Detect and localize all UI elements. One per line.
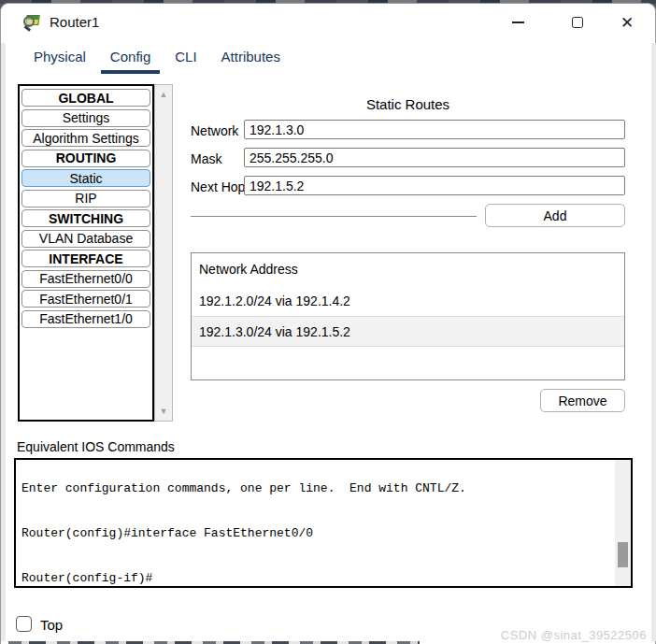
minimize-icon bbox=[512, 21, 524, 23]
console-line: Enter configuration commands, one per li… bbox=[21, 481, 612, 496]
sidebar-item-settings[interactable]: Settings bbox=[21, 109, 150, 127]
minimize-button[interactable] bbox=[498, 9, 537, 36]
window-title: Router1 bbox=[50, 14, 99, 30]
sidebar-item-rip[interactable]: RIP bbox=[21, 190, 150, 208]
ios-console[interactable]: Enter configuration commands, one per li… bbox=[14, 458, 633, 588]
scroll-up-icon[interactable]: ▲ bbox=[155, 90, 172, 99]
mask-input[interactable] bbox=[244, 148, 625, 167]
sidebar-item-fastethernet0-0[interactable]: FastEthernet0/0 bbox=[21, 270, 150, 288]
separator-line bbox=[191, 216, 477, 217]
sidebar-item-vlan-database[interactable]: VLAN Database bbox=[21, 230, 150, 248]
close-icon: ✕ bbox=[620, 15, 634, 31]
remove-button[interactable]: Remove bbox=[540, 389, 625, 412]
console-scrollbar-thumb[interactable] bbox=[618, 542, 628, 567]
tab-physical[interactable]: Physical bbox=[24, 47, 95, 70]
route-row-1[interactable]: 192.1.2.0/24 via 192.1.4.2 bbox=[192, 285, 624, 316]
ios-commands-label: Equivalent IOS Commands bbox=[17, 439, 175, 454]
static-routes-title: Static Routes bbox=[191, 96, 625, 112]
network-label: Network bbox=[191, 123, 238, 138]
console-line: Router(config)#interface FastEthernet0/0 bbox=[21, 526, 612, 541]
console-line: Router(config-if)# bbox=[21, 571, 612, 586]
sidebar-item-global[interactable]: GLOBAL bbox=[21, 89, 150, 107]
sidebar-item-switching[interactable]: SWITCHING bbox=[21, 209, 150, 227]
next-hop-label: Next Hop bbox=[191, 179, 245, 194]
tab-attributes[interactable]: Attributes bbox=[212, 47, 290, 70]
console-scrollbar[interactable] bbox=[615, 460, 631, 586]
console-text: Enter configuration commands, one per li… bbox=[21, 458, 612, 588]
sidebar-item-static[interactable]: Static bbox=[21, 169, 150, 187]
sidebar-scrollbar[interactable]: ▲ ▼ bbox=[154, 84, 173, 422]
sidebar-item-interface[interactable]: INTERFACE bbox=[21, 250, 150, 267]
sidebar-item-fastethernet0-1[interactable]: FastEthernet0/1 bbox=[21, 290, 150, 308]
window-frame-left bbox=[1, 43, 6, 641]
watermark-text: CSDN @sinat_39522506 bbox=[501, 628, 647, 642]
top-checkbox[interactable] bbox=[16, 616, 32, 632]
config-sidebar: GLOBAL Settings Algorithm Settings ROUTI… bbox=[18, 84, 154, 422]
router-config-window: Router1 ✕ Physical Config CLI Attributes… bbox=[0, 3, 656, 644]
window-frame-right bbox=[651, 43, 656, 641]
sidebar-item-routing[interactable]: ROUTING bbox=[21, 150, 150, 167]
route-list-header: Network Address bbox=[192, 253, 624, 285]
packet-tracer-icon bbox=[23, 13, 43, 33]
maximize-button[interactable] bbox=[558, 9, 597, 36]
tab-bar: Physical Config CLI Attributes bbox=[1, 47, 655, 74]
scroll-down-icon[interactable]: ▼ bbox=[155, 407, 172, 416]
top-checkbox-label: Top bbox=[40, 617, 63, 633]
close-button[interactable]: ✕ bbox=[607, 9, 647, 36]
sidebar-item-fastethernet1-0[interactable]: FastEthernet1/0 bbox=[21, 310, 150, 328]
title-bar[interactable]: Router1 ✕ bbox=[1, 4, 655, 41]
sidebar-item-algorithm-settings[interactable]: Algorithm Settings bbox=[21, 129, 150, 147]
route-row-2[interactable]: 192.1.3.0/24 via 192.1.5.2 bbox=[192, 316, 624, 347]
tab-config[interactable]: Config bbox=[101, 47, 160, 74]
route-list[interactable]: Network Address 192.1.2.0/24 via 192.1.4… bbox=[191, 252, 625, 380]
tab-cli[interactable]: CLI bbox=[165, 47, 206, 70]
add-button[interactable]: Add bbox=[485, 204, 625, 227]
maximize-icon bbox=[572, 17, 583, 28]
network-input[interactable] bbox=[244, 120, 625, 139]
next-hop-input[interactable] bbox=[244, 176, 625, 195]
mask-label: Mask bbox=[191, 151, 221, 166]
